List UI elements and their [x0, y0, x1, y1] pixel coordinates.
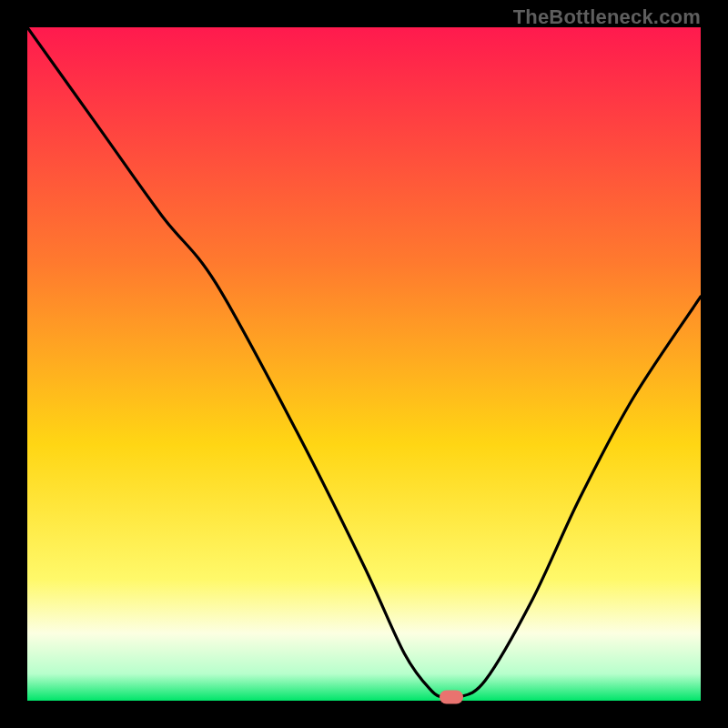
bottleneck-curve — [27, 27, 701, 701]
watermark-text: TheBottleneck.com — [513, 5, 701, 29]
optimal-marker — [440, 691, 463, 704]
plot-area — [27, 27, 701, 701]
chart-frame: TheBottleneck.com — [0, 0, 728, 728]
